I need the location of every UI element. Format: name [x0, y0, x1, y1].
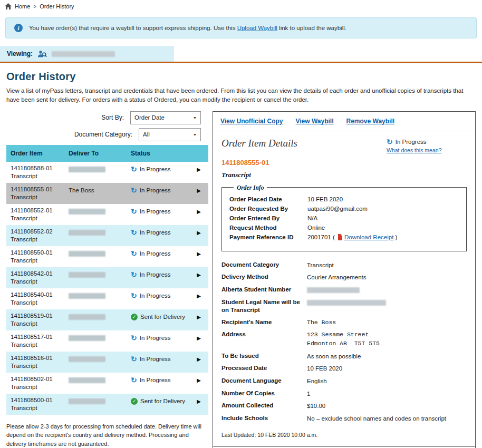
sent-for-delivery-icon: ✓ — [131, 398, 138, 405]
row-expand-arrow[interactable]: ▶ — [189, 246, 208, 267]
order-item-cell: 1411808517-01Transcript — [6, 330, 64, 352]
processing-footnote: Please allow 2-3 days for processing fro… — [6, 422, 201, 448]
status-text: Sent for Delivery — [140, 314, 185, 320]
order-item-cell: 1411808500-01Transcript — [6, 394, 64, 415]
details-link-remove-waybill[interactable]: Remove Waybill — [346, 118, 395, 125]
order-row[interactable]: 1411808502-01Transcript↻In Progress▶ — [6, 373, 208, 394]
row-expand-arrow[interactable]: ▶ — [189, 183, 208, 204]
main-content: Order History View a list of myPass lett… — [0, 71, 482, 448]
viewing-tab[interactable]: Viewing: — [0, 46, 174, 62]
orders-table-header: Order Item Deliver To Status — [6, 145, 208, 162]
order-row[interactable]: 1411808588-01Transcript↻In Progress▶ — [6, 162, 208, 183]
row-expand-arrow[interactable]: ▶ — [189, 330, 208, 352]
order-row[interactable]: 1411808555-01TranscriptThe Boss↻In Progr… — [6, 183, 208, 204]
deliver-to-cell: The Boss — [64, 183, 127, 204]
detail-row: Alberta Student Number — [221, 286, 467, 295]
field-label: Order Placed Date — [229, 196, 307, 202]
deliver-to-cell — [64, 330, 127, 352]
order-info-legend: Order Info — [234, 184, 267, 191]
info-icon: i — [14, 24, 23, 32]
order-row[interactable]: 1411808516-01Transcript↻In Progress▶ — [6, 352, 208, 373]
row-expand-arrow[interactable]: ▶ — [189, 309, 208, 330]
order-row[interactable]: 1411808552-01Transcript↻In Progress▶ — [6, 204, 208, 225]
field-label: Number Of Copies — [221, 389, 307, 398]
row-expand-arrow[interactable]: ▶ — [189, 267, 208, 288]
field-label: Include Schools — [221, 414, 307, 423]
status-cell: ↻In Progress — [127, 288, 189, 309]
field-value: Courier Arrangements — [307, 273, 367, 282]
document-category-select[interactable]: All ▼ — [139, 128, 201, 141]
column-deliver-to: Deliver To — [64, 150, 127, 157]
row-expand-arrow[interactable]: ▶ — [189, 352, 208, 373]
details-link-view-waybill[interactable]: View Waybill — [295, 118, 333, 125]
row-expand-arrow[interactable]: ▶ — [189, 394, 208, 415]
viewing-label: Viewing: — [7, 50, 33, 57]
order-row[interactable]: 1411808540-01Transcript↻In Progress▶ — [6, 288, 208, 309]
status-help-link[interactable]: What does this mean? — [387, 147, 467, 153]
status-cell: ✓Sent for Delivery — [127, 394, 189, 415]
order-item-cell: 1411808542-01Transcript — [6, 267, 64, 288]
breadcrumb-home-link[interactable]: Home — [15, 3, 30, 9]
details-body: Order Item Details ↻ In Progress What do… — [213, 131, 475, 446]
deliver-to-cell — [64, 225, 127, 246]
upload-waybill-link[interactable]: Upload Waybill — [237, 25, 277, 31]
field-label: Processed Date — [221, 364, 307, 373]
status-text: In Progress — [140, 166, 171, 172]
detail-row: Document LanguageEnglish — [221, 377, 467, 386]
redacted-text — [69, 209, 105, 215]
order-row[interactable]: 1411808550-01Transcript↻In Progress▶ — [6, 246, 208, 267]
in-progress-icon: ↻ — [131, 335, 137, 341]
order-info-row: Order Entered ByN/A — [229, 215, 459, 221]
redacted-text — [307, 287, 360, 293]
order-row[interactable]: 1411808500-01Transcript✓Sent for Deliver… — [6, 394, 208, 415]
alert-text-after: link to upload the waybill. — [277, 25, 346, 31]
details-link-view-unofficial-copy[interactable]: View Unofficial Copy — [220, 118, 283, 125]
row-expand-arrow[interactable]: ▶ — [189, 204, 208, 225]
download-receipt-link[interactable]: Download Receipt — [344, 234, 393, 240]
status-cell: ↻In Progress — [127, 373, 189, 394]
order-row[interactable]: 1411808552-02Transcript↻In Progress▶ — [6, 225, 208, 246]
redacted-text — [69, 356, 105, 362]
deliver-to-cell — [64, 309, 127, 330]
field-value: 1 — [307, 389, 310, 398]
field-value: 10 FEB 2020 — [307, 196, 343, 202]
alert-text-before: You have order(s) that require a waybill… — [29, 25, 237, 31]
deliver-to-cell — [64, 246, 127, 267]
detail-row: Include SchoolsNo – exclude school names… — [221, 414, 467, 423]
status-cell: ↻In Progress — [127, 352, 189, 373]
redacted-text — [69, 167, 105, 172]
redacted-text — [69, 335, 105, 341]
field-label: To Be Issued — [221, 352, 307, 361]
status-text: In Progress — [140, 250, 171, 257]
field-value: N/A — [307, 215, 317, 221]
status-cell: ↻In Progress — [127, 330, 189, 352]
field-value: No – exclude school names and codes on t… — [307, 414, 446, 423]
in-progress-icon: ↻ — [131, 293, 137, 299]
details-status: In Progress — [396, 139, 427, 145]
status-cell: ↻In Progress — [127, 162, 189, 183]
order-info-row: Order Placed Date10 FEB 2020 — [229, 196, 459, 202]
details-status-box: ↻ In Progress What does this mean? — [387, 138, 467, 153]
order-row[interactable]: 1411808542-01Transcript↻In Progress▶ — [6, 267, 208, 288]
status-cell: ↻In Progress — [127, 267, 189, 288]
in-progress-icon: ↻ — [131, 250, 137, 257]
order-row[interactable]: 1411808519-01Transcript✓Sent for Deliver… — [6, 309, 208, 330]
field-label: Payment Reference ID — [229, 234, 307, 241]
row-expand-arrow[interactable]: ▶ — [189, 373, 208, 394]
row-expand-arrow[interactable]: ▶ — [189, 162, 208, 183]
field-value: $10.00 — [307, 402, 325, 411]
status-cell: ↻In Progress — [127, 225, 189, 246]
row-expand-arrow[interactable]: ▶ — [189, 288, 208, 309]
status-text: In Progress — [140, 229, 171, 236]
order-item-cell: 1411808552-01Transcript — [6, 204, 64, 225]
order-item-cell: 1411808555-01Transcript — [6, 183, 64, 204]
order-details-panel: View Unofficial CopyView WaybillRemove W… — [213, 111, 476, 448]
row-expand-arrow[interactable]: ▶ — [189, 225, 208, 246]
order-info-fieldset: Order Info Order Placed Date10 FEB 2020O… — [221, 184, 467, 251]
person-search-icon — [37, 50, 47, 58]
order-row[interactable]: 1411808517-01Transcript↻In Progress▶ — [6, 330, 208, 352]
field-label: Address — [221, 330, 307, 348]
detail-row: Address123 Sesame StreetEdmonton AB T5T … — [221, 330, 467, 348]
detail-row: Number Of Copies1 — [221, 389, 467, 398]
sort-by-select[interactable]: Order Date ▼ — [130, 111, 201, 124]
